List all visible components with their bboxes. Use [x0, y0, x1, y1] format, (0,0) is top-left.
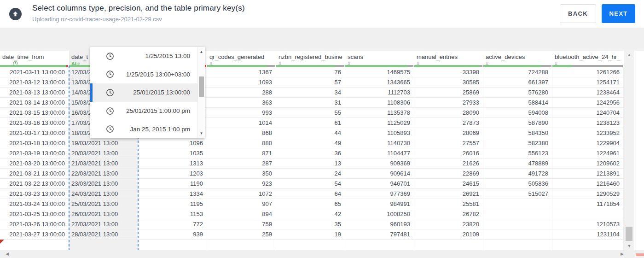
- column-header-bluetooth_active_24_hr_[interactable]: bluetooth_active_24_hr_#: [552, 51, 624, 67]
- table-cell: 1367: [207, 67, 276, 77]
- table-cell: 49: [276, 138, 345, 148]
- table-cell: [552, 240, 624, 250]
- table-cell: 34: [276, 88, 345, 98]
- clock-icon: [106, 107, 114, 115]
- column-header-manual_entries[interactable]: manual_entries#: [414, 51, 483, 67]
- dropdown-scroll-up-icon[interactable]: ▲: [198, 50, 205, 54]
- table-cell: 2021-03-25 13:00:00: [0, 209, 69, 219]
- table-row: 2021-03-20 13:00:0021/03/2021 13:0013132…: [0, 158, 644, 169]
- column-name: nzbn_registered_busine: [278, 53, 345, 60]
- table-cell: 36: [276, 148, 345, 158]
- dropdown-option[interactable]: 25/01/2015 1:00:00 pm: [90, 102, 197, 120]
- table-cell: 30585: [414, 77, 483, 88]
- column-header-scans[interactable]: scans#: [345, 51, 414, 67]
- table-cell: 1108306: [345, 98, 414, 108]
- scroll-up-arrow-icon[interactable]: ▲: [624, 53, 634, 57]
- column-header-nzbn_registered_busine[interactable]: nzbn_registered_busine#: [276, 51, 345, 67]
- table-cell: 35: [276, 219, 345, 229]
- dropdown-option[interactable]: 1/25/2015 13:00: [90, 47, 197, 65]
- horizontal-scrollbar-thumb[interactable]: [636, 253, 644, 256]
- table-cell: 984991: [345, 199, 414, 209]
- dropdown-scroll-down-icon[interactable]: ▼: [198, 131, 205, 135]
- table-cell: 977369: [345, 189, 414, 199]
- clock-icon: [106, 125, 114, 133]
- table-cell: 582380: [483, 138, 552, 148]
- back-button[interactable]: BACK: [560, 4, 596, 23]
- table-cell: 478889: [483, 158, 552, 169]
- table-row: 2021-03-22 13:00:0023/03/2021 13:0011909…: [0, 179, 644, 189]
- scroll-down-arrow-icon[interactable]: ▼: [624, 244, 634, 248]
- table-cell: 23820: [414, 219, 483, 229]
- table-cell: 24: [276, 169, 345, 179]
- option-label: 25/01/2015 1:00:00 pm: [114, 107, 197, 114]
- table-cell: 25869: [414, 88, 483, 98]
- dropdown-scrollbar[interactable]: ▲ ▼: [197, 47, 205, 138]
- table-cell: [483, 209, 552, 219]
- scroll-right-arrow-icon[interactable]: ▶: [621, 252, 624, 256]
- table-cell: [345, 240, 414, 250]
- table-cell: 27/03/2021 13:00: [69, 219, 138, 229]
- table-cell: 939: [138, 229, 207, 240]
- table-cell: 22/03/2021 13:00: [69, 169, 138, 179]
- vertical-scrollbar[interactable]: ▲ ▼: [624, 51, 634, 250]
- table-row: 2021-03-19 13:00:0020/03/2021 13:0010358…: [0, 148, 644, 158]
- table-cell: 1240704: [552, 108, 624, 118]
- horizontal-scrollbar[interactable]: ◀ ▶: [0, 250, 644, 258]
- scroll-left-arrow-icon[interactable]: ◀: [6, 252, 9, 256]
- table-cell: 1216460: [552, 179, 624, 189]
- column-name: manual_entries: [417, 53, 483, 60]
- table-cell: 2021-03-20 13:00:00: [0, 158, 69, 169]
- table-cell: 21/03/2021 13:00: [69, 158, 138, 169]
- table-cell: [483, 229, 552, 240]
- table-cell: 1140730: [345, 138, 414, 148]
- table-cell: 2021-03-17 13:00:00: [0, 128, 69, 138]
- upload-wizard: Select columns type, precision, and the …: [0, 0, 644, 258]
- table-cell: 25581: [414, 199, 483, 209]
- table-cell: 584350: [483, 128, 552, 138]
- dropdown-option[interactable]: Jan 25, 2015 1:00 pm: [90, 120, 197, 138]
- column-name: active_devices: [486, 53, 552, 60]
- table-cell: 1195: [138, 199, 207, 209]
- table-cell: 20109: [414, 229, 483, 240]
- option-label: Jan 25, 2015 1:00 pm: [114, 126, 197, 133]
- table-cell: 2021-03-27 13:00:00: [0, 229, 69, 240]
- table-cell: 13: [276, 158, 345, 169]
- table-cell: 1261266: [552, 67, 624, 77]
- table-cell: 31: [276, 98, 345, 108]
- next-button[interactable]: NEXT: [602, 4, 635, 23]
- table-cell: 22869: [414, 169, 483, 179]
- vertical-scrollbar-thumb[interactable]: [626, 227, 632, 241]
- column-name: scans: [348, 53, 414, 60]
- table-cell: 1233952: [552, 128, 624, 138]
- table-cell: [414, 240, 483, 250]
- table-cell: 287: [207, 158, 276, 169]
- dropdown-option[interactable]: 1/25/2015 13:00+03:00: [90, 65, 197, 84]
- column-header-active_devices[interactable]: active_devices#: [483, 51, 552, 67]
- table-cell: 65: [276, 199, 345, 209]
- table-cell: 28090: [414, 108, 483, 118]
- table-cell: 42: [276, 209, 345, 219]
- table-cell: 1313: [138, 158, 207, 169]
- dropdown-scrollbar-thumb[interactable]: [199, 76, 204, 97]
- clock-icon: [106, 88, 114, 97]
- table-cell: 44: [276, 128, 345, 138]
- table-cell: 2021-03-21 13:00:00: [0, 169, 69, 179]
- table-row: 2021-03-18 13:00:0019/03/2021 13:0010968…: [0, 138, 644, 148]
- table-cell: 1343665: [345, 77, 414, 88]
- table-cell: 1209602: [552, 158, 624, 169]
- table-row-partial: [0, 240, 644, 250]
- column-header-date_time_from[interactable]: date_time_from: [0, 51, 69, 67]
- dropdown-option[interactable]: 25/01/2015 13:00:00: [90, 83, 197, 102]
- table-row: 2021-03-21 13:00:0022/03/2021 13:0012033…: [0, 169, 644, 179]
- column-header-qr_codes_generated[interactable]: qr_codes_generated#: [207, 51, 276, 67]
- table-cell: [483, 199, 552, 209]
- table-cell: 871: [207, 148, 276, 158]
- table-cell: [552, 209, 624, 219]
- table-cell: 2021-03-12 13:00:00: [0, 77, 69, 88]
- table-cell: 1210573: [552, 219, 624, 229]
- table-cell: 27873: [414, 118, 483, 128]
- table-cell: 868: [207, 128, 276, 138]
- table-cell: [69, 240, 138, 250]
- table-cell: 24615: [414, 179, 483, 189]
- table-cell: 1224961: [552, 148, 624, 158]
